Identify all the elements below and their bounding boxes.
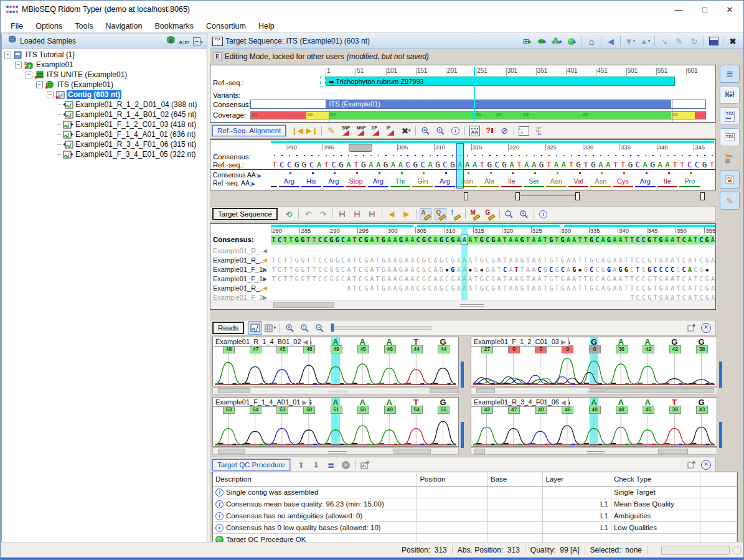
edit-m-icon[interactable]: M — [468, 207, 482, 221]
alignment-view-icon[interactable]: TCA▬▬ — [720, 107, 740, 125]
scrollbar-thumb[interactable] — [590, 388, 714, 393]
grid-menu-icon[interactable]: ▾ — [263, 321, 277, 335]
export-target-icon[interactable]: ▲ — [565, 34, 579, 48]
tree-item-label[interactable]: Example01 — [35, 60, 75, 69]
zoom-in-icon[interactable] — [283, 321, 296, 335]
refresh-icon[interactable]: ↻ — [687, 34, 701, 48]
unknown-base-icon[interactable]: ? — [483, 124, 496, 138]
read-row[interactable]: Example01_R_..◀ — [210, 247, 715, 256]
horizontal-scrollbar[interactable] — [211, 301, 715, 309]
range-handle[interactable] — [575, 192, 580, 200]
close-icon[interactable]: ✖ — [726, 34, 740, 48]
trace-panel[interactable]: Example01_F_1_4_A01_01 ▶A53G54C53G50A51A… — [212, 397, 459, 447]
menu-item-consortium[interactable]: Consortium — [200, 21, 252, 32]
scrollbar-thumb[interactable] — [474, 449, 485, 454]
sequence-view-icon[interactable]: TCA — [720, 128, 740, 146]
zoom-reset-icon[interactable] — [517, 207, 531, 221]
read-row[interactable]: Example01_R_..◀ATCGATGAAGAACGCAGCGAAATGC… — [210, 284, 715, 294]
trace-panel[interactable]: Example01_R_3_4_F01_06 ◀A42G47C40G46A48A… — [471, 397, 717, 447]
dp-icon[interactable]: DP — [369, 124, 383, 138]
qc-column-header[interactable]: Base — [488, 472, 543, 486]
expander-icon[interactable]: − — [47, 91, 54, 98]
tree-item-label[interactable]: Example01_F_1_2_C01_03 (418 nt) — [74, 120, 197, 129]
minimize-button[interactable]: — — [666, 1, 691, 19]
zoom-out-icon[interactable] — [313, 321, 326, 335]
trim-both-icon[interactable] — [351, 207, 364, 221]
tree-item-label[interactable]: Example01_R_1_2_D01_04 (388 nt) — [74, 100, 198, 109]
edit-q-icon[interactable]: Q — [434, 207, 448, 221]
menu-item-file[interactable]: File — [4, 21, 29, 32]
next-variant-icon[interactable]: ▶❙ — [305, 124, 319, 138]
export-icon[interactable] — [359, 458, 372, 472]
tree-item-label[interactable]: Example01_R_1_4_B01_02 (645 nt) — [74, 110, 198, 119]
range-handle[interactable] — [700, 192, 705, 200]
export-scheme-icon[interactable]: ⁂▲ — [550, 34, 564, 48]
overview-view-icon[interactable]: ≣ — [720, 65, 740, 83]
overview-map[interactable]: Ref.-seq.:Variants:Consensus:Coverage:15… — [210, 65, 716, 123]
trace-scrollbar[interactable] — [471, 447, 717, 455]
save-icon[interactable] — [707, 34, 720, 48]
scrollbar-thumb[interactable] — [273, 302, 334, 308]
menu-item-tools[interactable]: Tools — [68, 21, 99, 32]
ref-seq-alignment-button[interactable]: Ref.-Seq. Alignment — [212, 125, 286, 136]
scrollbar-thumb[interactable] — [476, 388, 495, 393]
tree-item[interactable]: Example01_R_3_4_F01_06 (315 nt) — [2, 139, 207, 149]
range-handle[interactable] — [516, 192, 520, 200]
target-sequence-button[interactable]: Target Sequence — [212, 208, 278, 220]
expander-icon[interactable]: − — [26, 72, 32, 78]
previous-target-icon[interactable]: ▲▾ — [638, 34, 652, 48]
reads-view-icon[interactable] — [720, 170, 740, 189]
trace-view-icon[interactable] — [248, 321, 262, 335]
qc-column-header[interactable]: Layer — [543, 472, 611, 486]
tree-item-label[interactable]: Example01_F_1_4_A01_01 (636 nt) — [74, 130, 197, 139]
sync-icon[interactable]: ⟲ — [282, 207, 296, 221]
tree-item-label[interactable]: Example01_F_3_4_E01_05 (322 nt) — [74, 150, 197, 159]
menu-item-navigation[interactable]: Navigation — [99, 21, 148, 32]
trace-scrollbar[interactable] — [212, 387, 459, 394]
move-up-icon[interactable]: ⬆ — [294, 458, 308, 472]
editor-view-icon[interactable]: ✎ — [720, 192, 740, 210]
scrollbar-thumb[interactable] — [218, 449, 245, 454]
close-icon[interactable]: ✕ — [699, 321, 713, 335]
trace-panel[interactable]: Example01_F_1_2_C01_03 ▶C27A0G0G0G0A36A4… — [471, 337, 717, 386]
tree-item[interactable]: Example01_F_1_4_A01_01 (636 nt) — [2, 129, 207, 139]
alignment-range-sliders[interactable] — [270, 192, 715, 200]
snp-icon[interactable]: SNP — [339, 124, 353, 138]
read-row[interactable]: Example01_R_..◀TCTTGGTTCCGGCATCGATGAAGAA… — [210, 256, 715, 266]
read-row[interactable]: Example01_F_1..▶TCTTGGTTCCGGCATCGATGAAGA… — [210, 275, 715, 284]
home-icon[interactable]: ⌂ — [585, 34, 598, 48]
detach-icon[interactable] — [684, 321, 698, 335]
web-disabled-icon[interactable]: ⊘ — [497, 124, 511, 138]
disable-icon[interactable]: ✕ — [339, 458, 353, 472]
coverage-bar[interactable]: 0/10/22/22/02/12/21/22/2 — [250, 111, 706, 119]
close-button[interactable]: ✕ — [717, 1, 742, 19]
tree-item[interactable]: Example01_R_1_2_D01_04 (388 nt) — [2, 100, 207, 110]
prev-icon[interactable]: ◀ — [385, 207, 398, 221]
tree-item[interactable]: −✱ITS (Example01) — [2, 80, 207, 90]
qc-row[interactable]: iConsensus has 0 low quality bases (allo… — [213, 522, 737, 534]
back-icon[interactable]: ◀ — [604, 34, 618, 48]
expander-icon[interactable]: − — [15, 62, 22, 68]
qc-row[interactable]: iConsensus mean base quality: 96.23 (min… — [213, 498, 737, 510]
list-icon[interactable]: ≣ — [324, 458, 338, 472]
next-target-icon[interactable]: ▼▾ — [623, 34, 637, 48]
trim-left-icon[interactable] — [336, 207, 349, 221]
zoom-reset-icon[interactable] — [433, 124, 447, 138]
clear-variants-icon[interactable]: ✖▾ — [399, 124, 413, 138]
ref-view-icon[interactable]: Ref — [720, 86, 740, 104]
trim-right-icon[interactable] — [365, 207, 379, 221]
tree-item-label[interactable]: Contig (603 nt) — [67, 90, 121, 99]
undo-icon[interactable]: ↶ — [301, 207, 315, 221]
target-qc-procedure-button[interactable]: Target QC Procedure — [212, 459, 290, 470]
trace-scrollbar[interactable] — [212, 447, 459, 455]
expander-icon[interactable]: − — [36, 82, 43, 88]
target-sequence-view[interactable]: 2802852902953003053103153203253303353403… — [210, 223, 716, 310]
goto-icon[interactable]: ↘ — [657, 34, 671, 48]
tree-item[interactable]: −TCA✱Contig (603 nt) — [2, 90, 207, 100]
ref-alignment-view[interactable]: Consensus:Ref.-seq.:Consensus AA:▶Ref.-s… — [210, 139, 716, 190]
scrollbar-thumb[interactable] — [658, 449, 688, 454]
next-icon[interactable]: ▶ — [400, 207, 413, 221]
edit-doc-icon[interactable]: ✎ — [672, 34, 686, 48]
edit-g-icon[interactable]: G — [483, 207, 497, 221]
zoom-in-icon[interactable] — [418, 124, 432, 138]
